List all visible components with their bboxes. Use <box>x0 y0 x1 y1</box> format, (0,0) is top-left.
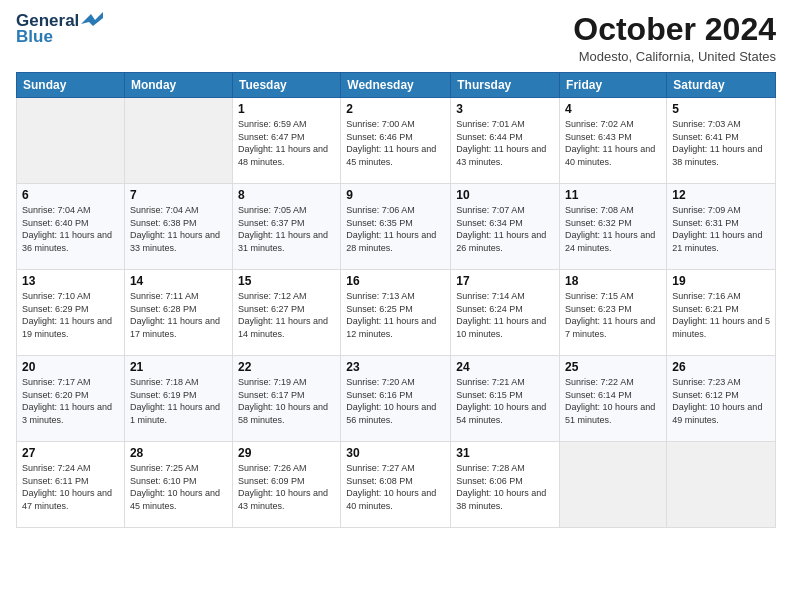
table-row: 23Sunrise: 7:20 AMSunset: 6:16 PMDayligh… <box>341 356 451 442</box>
table-row <box>17 98 125 184</box>
day-info: Sunrise: 7:07 AMSunset: 6:34 PMDaylight:… <box>456 204 554 254</box>
table-row: 6Sunrise: 7:04 AMSunset: 6:40 PMDaylight… <box>17 184 125 270</box>
day-number: 9 <box>346 188 445 202</box>
table-row <box>667 442 776 528</box>
header-tuesday: Tuesday <box>232 73 340 98</box>
day-number: 28 <box>130 446 227 460</box>
day-number: 6 <box>22 188 119 202</box>
day-info: Sunrise: 7:26 AMSunset: 6:09 PMDaylight:… <box>238 462 335 512</box>
day-number: 12 <box>672 188 770 202</box>
day-number: 11 <box>565 188 661 202</box>
calendar-week-row: 1Sunrise: 6:59 AMSunset: 6:47 PMDaylight… <box>17 98 776 184</box>
table-row: 2Sunrise: 7:00 AMSunset: 6:46 PMDaylight… <box>341 98 451 184</box>
table-row: 24Sunrise: 7:21 AMSunset: 6:15 PMDayligh… <box>451 356 560 442</box>
day-number: 3 <box>456 102 554 116</box>
header-wednesday: Wednesday <box>341 73 451 98</box>
logo-text-blue: Blue <box>16 28 53 47</box>
day-info: Sunrise: 7:04 AMSunset: 6:38 PMDaylight:… <box>130 204 227 254</box>
day-number: 30 <box>346 446 445 460</box>
day-info: Sunrise: 7:17 AMSunset: 6:20 PMDaylight:… <box>22 376 119 426</box>
day-number: 5 <box>672 102 770 116</box>
day-info: Sunrise: 7:02 AMSunset: 6:43 PMDaylight:… <box>565 118 661 168</box>
table-row: 8Sunrise: 7:05 AMSunset: 6:37 PMDaylight… <box>232 184 340 270</box>
day-info: Sunrise: 7:06 AMSunset: 6:35 PMDaylight:… <box>346 204 445 254</box>
day-number: 14 <box>130 274 227 288</box>
header-thursday: Thursday <box>451 73 560 98</box>
svg-marker-0 <box>81 12 103 26</box>
day-number: 4 <box>565 102 661 116</box>
day-number: 1 <box>238 102 335 116</box>
location-text: Modesto, California, United States <box>573 49 776 64</box>
day-info: Sunrise: 7:00 AMSunset: 6:46 PMDaylight:… <box>346 118 445 168</box>
day-number: 22 <box>238 360 335 374</box>
table-row: 14Sunrise: 7:11 AMSunset: 6:28 PMDayligh… <box>124 270 232 356</box>
day-info: Sunrise: 7:11 AMSunset: 6:28 PMDaylight:… <box>130 290 227 340</box>
day-info: Sunrise: 7:28 AMSunset: 6:06 PMDaylight:… <box>456 462 554 512</box>
day-number: 29 <box>238 446 335 460</box>
table-row: 29Sunrise: 7:26 AMSunset: 6:09 PMDayligh… <box>232 442 340 528</box>
day-info: Sunrise: 7:13 AMSunset: 6:25 PMDaylight:… <box>346 290 445 340</box>
day-info: Sunrise: 7:14 AMSunset: 6:24 PMDaylight:… <box>456 290 554 340</box>
day-number: 18 <box>565 274 661 288</box>
day-number: 23 <box>346 360 445 374</box>
day-info: Sunrise: 7:01 AMSunset: 6:44 PMDaylight:… <box>456 118 554 168</box>
table-row: 1Sunrise: 6:59 AMSunset: 6:47 PMDaylight… <box>232 98 340 184</box>
table-row: 9Sunrise: 7:06 AMSunset: 6:35 PMDaylight… <box>341 184 451 270</box>
table-row: 11Sunrise: 7:08 AMSunset: 6:32 PMDayligh… <box>560 184 667 270</box>
day-info: Sunrise: 7:20 AMSunset: 6:16 PMDaylight:… <box>346 376 445 426</box>
table-row <box>124 98 232 184</box>
table-row: 12Sunrise: 7:09 AMSunset: 6:31 PMDayligh… <box>667 184 776 270</box>
table-row: 31Sunrise: 7:28 AMSunset: 6:06 PMDayligh… <box>451 442 560 528</box>
table-row: 28Sunrise: 7:25 AMSunset: 6:10 PMDayligh… <box>124 442 232 528</box>
calendar-week-row: 6Sunrise: 7:04 AMSunset: 6:40 PMDaylight… <box>17 184 776 270</box>
day-number: 31 <box>456 446 554 460</box>
day-info: Sunrise: 7:27 AMSunset: 6:08 PMDaylight:… <box>346 462 445 512</box>
table-row: 5Sunrise: 7:03 AMSunset: 6:41 PMDaylight… <box>667 98 776 184</box>
calendar-week-row: 13Sunrise: 7:10 AMSunset: 6:29 PMDayligh… <box>17 270 776 356</box>
table-row: 3Sunrise: 7:01 AMSunset: 6:44 PMDaylight… <box>451 98 560 184</box>
header-sunday: Sunday <box>17 73 125 98</box>
table-row: 27Sunrise: 7:24 AMSunset: 6:11 PMDayligh… <box>17 442 125 528</box>
day-info: Sunrise: 7:18 AMSunset: 6:19 PMDaylight:… <box>130 376 227 426</box>
header-friday: Friday <box>560 73 667 98</box>
calendar-week-row: 27Sunrise: 7:24 AMSunset: 6:11 PMDayligh… <box>17 442 776 528</box>
calendar-table: Sunday Monday Tuesday Wednesday Thursday… <box>16 72 776 528</box>
table-row: 17Sunrise: 7:14 AMSunset: 6:24 PMDayligh… <box>451 270 560 356</box>
day-number: 26 <box>672 360 770 374</box>
header-saturday: Saturday <box>667 73 776 98</box>
day-number: 10 <box>456 188 554 202</box>
table-row: 25Sunrise: 7:22 AMSunset: 6:14 PMDayligh… <box>560 356 667 442</box>
title-section: October 2024 Modesto, California, United… <box>573 12 776 64</box>
day-number: 27 <box>22 446 119 460</box>
day-info: Sunrise: 7:25 AMSunset: 6:10 PMDaylight:… <box>130 462 227 512</box>
day-info: Sunrise: 7:03 AMSunset: 6:41 PMDaylight:… <box>672 118 770 168</box>
day-number: 16 <box>346 274 445 288</box>
day-info: Sunrise: 7:16 AMSunset: 6:21 PMDaylight:… <box>672 290 770 340</box>
day-number: 25 <box>565 360 661 374</box>
table-row: 20Sunrise: 7:17 AMSunset: 6:20 PMDayligh… <box>17 356 125 442</box>
table-row: 16Sunrise: 7:13 AMSunset: 6:25 PMDayligh… <box>341 270 451 356</box>
table-row: 18Sunrise: 7:15 AMSunset: 6:23 PMDayligh… <box>560 270 667 356</box>
table-row: 13Sunrise: 7:10 AMSunset: 6:29 PMDayligh… <box>17 270 125 356</box>
day-number: 2 <box>346 102 445 116</box>
day-info: Sunrise: 7:15 AMSunset: 6:23 PMDaylight:… <box>565 290 661 340</box>
day-info: Sunrise: 7:22 AMSunset: 6:14 PMDaylight:… <box>565 376 661 426</box>
day-number: 7 <box>130 188 227 202</box>
table-row: 19Sunrise: 7:16 AMSunset: 6:21 PMDayligh… <box>667 270 776 356</box>
table-row: 30Sunrise: 7:27 AMSunset: 6:08 PMDayligh… <box>341 442 451 528</box>
day-info: Sunrise: 7:19 AMSunset: 6:17 PMDaylight:… <box>238 376 335 426</box>
table-row: 22Sunrise: 7:19 AMSunset: 6:17 PMDayligh… <box>232 356 340 442</box>
table-row: 26Sunrise: 7:23 AMSunset: 6:12 PMDayligh… <box>667 356 776 442</box>
day-info: Sunrise: 7:21 AMSunset: 6:15 PMDaylight:… <box>456 376 554 426</box>
header-monday: Monday <box>124 73 232 98</box>
day-info: Sunrise: 7:10 AMSunset: 6:29 PMDaylight:… <box>22 290 119 340</box>
page-header: General Blue October 2024 Modesto, Calif… <box>16 12 776 64</box>
table-row: 10Sunrise: 7:07 AMSunset: 6:34 PMDayligh… <box>451 184 560 270</box>
calendar-header-row: Sunday Monday Tuesday Wednesday Thursday… <box>17 73 776 98</box>
table-row: 21Sunrise: 7:18 AMSunset: 6:19 PMDayligh… <box>124 356 232 442</box>
day-number: 19 <box>672 274 770 288</box>
day-info: Sunrise: 7:08 AMSunset: 6:32 PMDaylight:… <box>565 204 661 254</box>
table-row: 7Sunrise: 7:04 AMSunset: 6:38 PMDaylight… <box>124 184 232 270</box>
day-info: Sunrise: 6:59 AMSunset: 6:47 PMDaylight:… <box>238 118 335 168</box>
day-number: 24 <box>456 360 554 374</box>
